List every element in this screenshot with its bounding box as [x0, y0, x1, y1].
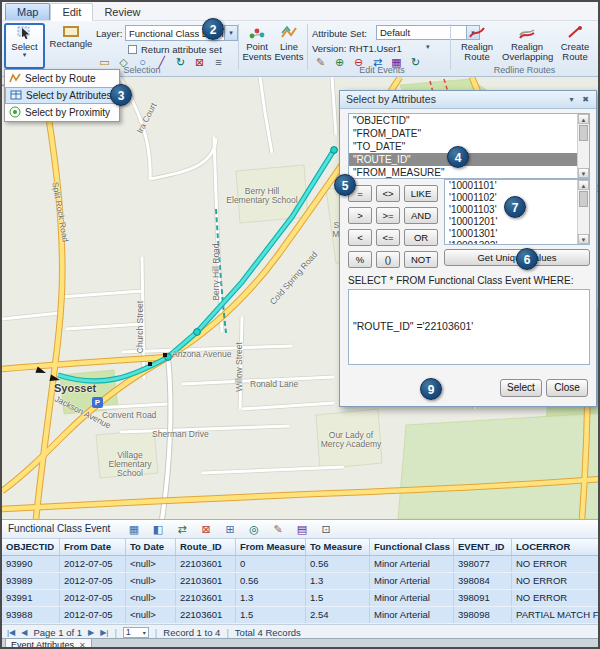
tab-review[interactable]: Review [93, 4, 151, 20]
selection-options-icon[interactable]: ≡ [210, 54, 227, 70]
field-item[interactable]: "OBJECTID" [349, 114, 589, 127]
value-item[interactable]: '10001101' [445, 180, 589, 192]
operator-greater-button[interactable]: > [348, 207, 372, 224]
dialog-close-icon[interactable]: ✖ [579, 94, 592, 106]
menu-item-select-by-route[interactable]: Select by Route [5, 70, 119, 87]
column-header[interactable]: To Measure [306, 539, 370, 555]
cell: 93988 [2, 607, 60, 623]
page-size-dropdown[interactable]: 1▾ [123, 627, 149, 638]
value-item[interactable]: '10001302' [445, 240, 589, 245]
table-options-icon[interactable]: ▦ [124, 521, 144, 537]
field-item[interactable]: "FROM_MEASURE" [349, 166, 589, 179]
rectangle-button[interactable]: Rectangle [49, 26, 93, 66]
column-header[interactable]: Route_ID [176, 539, 236, 555]
scroll-thumb[interactable] [579, 191, 588, 207]
layer-combobox-arrow-icon[interactable]: ▾ [224, 26, 237, 40]
previous-page-icon[interactable]: ◀ [21, 628, 27, 637]
operator-or-button[interactable]: OR [404, 229, 438, 246]
return-attribute-set-checkbox[interactable] [128, 45, 137, 54]
scroll-down-icon[interactable]: ▼ [578, 168, 589, 178]
column-header[interactable]: From Date [60, 539, 126, 555]
callout-9: 9 [420, 378, 442, 400]
scroll-up-icon[interactable]: ▲ [578, 180, 589, 190]
dialog-title-bar[interactable]: Select by Attributes ▾ ✖ [340, 91, 596, 109]
version-dropdown-icon[interactable]: ▾ [426, 43, 430, 51]
cell: 22103601 [176, 573, 236, 589]
show-selected-records-icon[interactable]: ◧ [148, 521, 168, 537]
menu-item-select-by-attributes[interactable]: Select by Attributes [5, 87, 119, 104]
column-header[interactable]: From Measure [236, 539, 306, 555]
table-row[interactable]: 93988 2012-07-05 <null> 22103601 1.5 2.5… [2, 607, 600, 624]
operator-parentheses-button[interactable]: () [376, 251, 400, 268]
realign-overlapping-button[interactable]: Realign Overlapping [502, 25, 552, 62]
tab-map[interactable]: Map [5, 3, 50, 20]
scroll-down-icon[interactable]: ▼ [578, 234, 589, 244]
column-header[interactable]: To Date [126, 539, 176, 555]
add-record-icon[interactable]: ⊞ [220, 521, 240, 537]
operator-and-button[interactable]: AND [404, 207, 438, 224]
footer-tab-label: Event Attributes [11, 640, 74, 649]
operator-less-button[interactable]: < [348, 229, 372, 246]
fields-icon[interactable]: ▤ [292, 521, 312, 537]
create-route-button[interactable]: Create Route [554, 25, 596, 62]
fields-scrollbar[interactable]: ▲▼ [577, 114, 589, 178]
close-tab-icon[interactable]: ✕ [79, 641, 86, 649]
cell: 0 [236, 556, 306, 572]
operator-percent-button[interactable]: % [348, 251, 372, 268]
field-item[interactable]: "FROM_DATE" [349, 127, 589, 140]
tab-edit[interactable]: Edit [50, 3, 93, 21]
table-row[interactable]: 93989 2012-07-05 <null> 22103601 0.56 1.… [2, 573, 600, 590]
scroll-up-icon[interactable]: ▲ [578, 114, 589, 124]
cell: 0.56 [236, 573, 306, 589]
where-clause-textarea[interactable]: "ROUTE_ID" ='22103601' [348, 289, 590, 365]
redline-routes-group-label: Redline Routes [457, 65, 592, 75]
zoom-to-selection-icon[interactable]: ◎ [244, 521, 264, 537]
menu-item-label: Select by Proximity [25, 107, 110, 118]
select-button[interactable]: Select ▾ [6, 25, 43, 67]
values-scrollbar[interactable]: ▲▼ [577, 180, 589, 244]
table-row[interactable]: 93991 2012-07-05 <null> 22103601 1.3 1.5… [2, 590, 600, 607]
column-header[interactable]: EVENT_ID [454, 539, 512, 555]
clear-selection-icon[interactable]: ⊠ [196, 521, 216, 537]
column-header[interactable]: Functional Class [370, 539, 454, 555]
column-header[interactable]: OBJECTID [2, 539, 60, 555]
dialog-select-button[interactable]: Select [500, 379, 542, 397]
column-header[interactable]: LOCERROR [512, 539, 600, 555]
cell: <null> [126, 556, 176, 572]
edit-records-icon[interactable]: ✎ [268, 521, 288, 537]
select-dropdown-caret-icon: ▾ [6, 52, 43, 58]
operator-like-button[interactable]: LIKE [404, 185, 438, 202]
pager-separator: | [155, 627, 157, 638]
cell: NO ERROR [512, 573, 600, 589]
operator-notequals-button[interactable]: <> [376, 185, 400, 202]
realign-route-button[interactable]: Realign Route [454, 25, 500, 62]
next-page-icon[interactable]: ▶ [88, 628, 94, 637]
map-label: Church Street [135, 301, 145, 353]
export-icon[interactable]: ⊡ [316, 521, 336, 537]
table-row[interactable]: 93990 2012-07-05 <null> 22103601 0 0.56 … [2, 556, 600, 573]
dialog-close-button[interactable]: Close [546, 379, 588, 397]
field-item-selected[interactable]: "ROUTE_ID" [349, 153, 589, 166]
field-item[interactable]: "TO_DATE" [349, 140, 589, 153]
line-events-button[interactable]: Line Events [274, 25, 304, 62]
last-page-icon[interactable]: ▶| [100, 628, 108, 637]
cell: 93989 [2, 573, 60, 589]
value-item[interactable]: '10001301' [445, 228, 589, 240]
menu-item-label: Select by Attributes [26, 90, 112, 101]
operator-not-button[interactable]: NOT [404, 251, 438, 268]
tab-event-attributes[interactable]: Event Attributes✕ [5, 639, 92, 649]
parking-icon: P [92, 397, 103, 408]
operator-greaterequal-button[interactable]: >= [376, 207, 400, 224]
first-page-icon[interactable]: |◀ [7, 628, 15, 637]
attributes-icon [10, 89, 22, 103]
operator-lessequal-button[interactable]: <= [376, 229, 400, 246]
pagination-bar: |◀ ◀ Page 1 of 1 ▶ ▶| | 1▾ | Record 1 to… [2, 624, 600, 639]
rectangle-icon [63, 26, 79, 37]
switch-selection-icon[interactable]: ⇄ [172, 521, 192, 537]
menu-item-select-by-proximity[interactable]: Select by Proximity [5, 104, 119, 121]
scroll-thumb[interactable] [579, 125, 588, 141]
pager-separator: | [226, 627, 228, 638]
fields-listbox[interactable]: "OBJECTID" "FROM_DATE" "TO_DATE" "ROUTE_… [348, 113, 590, 179]
point-events-button[interactable]: Point Events [242, 25, 272, 62]
dialog-menu-icon[interactable]: ▾ [565, 94, 578, 106]
